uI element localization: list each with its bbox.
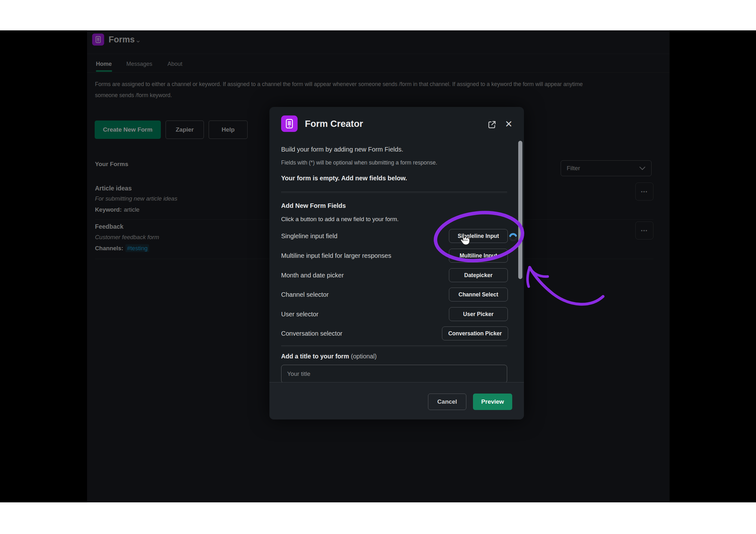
cancel-button[interactable]: Cancel	[428, 394, 466, 410]
field-label-conversation: Conversation selector	[281, 330, 342, 337]
close-icon[interactable]: ✕	[504, 119, 514, 129]
modal-footer: Cancel Preview	[269, 382, 524, 420]
modal-title: Form Creator	[305, 119, 363, 129]
form-title-input[interactable]	[281, 365, 507, 383]
conversation-picker-button[interactable]: Conversation Picker	[442, 326, 508, 341]
datepicker-button[interactable]: Datepicker	[449, 268, 508, 282]
channel-select-button[interactable]: Channel Select	[449, 288, 508, 301]
field-label-user: User selector	[281, 311, 318, 318]
field-label-datepicker: Month and date picker	[281, 272, 344, 279]
screenshot-page: Forms ⌄ Home Messages About Forms are as…	[0, 0, 756, 534]
modal-intro-text: Build your form by adding new Form Field…	[281, 146, 403, 153]
field-label-singleline: Singleline input field	[281, 233, 338, 240]
form-glyph-icon	[284, 118, 295, 129]
form-title-heading: Add a title to your form(optional)	[281, 353, 377, 360]
form-title-heading-bold: Add a title to your form	[281, 353, 349, 360]
modal-scrollbar[interactable]	[518, 141, 522, 279]
form-title-optional: (optional)	[351, 353, 377, 360]
app-canvas: Forms ⌄ Home Messages About Forms are as…	[0, 30, 756, 502]
form-creator-modal: Form Creator ✕ Build your form by adding…	[269, 107, 524, 420]
empty-form-message: Your form is empty. Add new fields below…	[281, 175, 407, 182]
singleline-input-button[interactable]: Singleline Input	[449, 229, 508, 243]
user-picker-button[interactable]: User Picker	[449, 307, 508, 321]
add-fields-hint: Click a button to add a new field to you…	[281, 216, 398, 223]
forms-app-icon	[281, 115, 298, 132]
field-label-channel: Channel selector	[281, 291, 329, 298]
open-external-icon[interactable]	[487, 120, 497, 129]
modal-divider	[281, 345, 507, 347]
add-fields-heading: Add New Form Fields	[281, 202, 346, 210]
modal-optional-note: Fields with (*) will be optional when su…	[281, 160, 437, 166]
multiline-input-button[interactable]: Multiline Input	[449, 249, 508, 263]
modal-divider	[281, 192, 507, 193]
field-label-multiline: Multiline input field for larger respons…	[281, 252, 391, 259]
preview-button[interactable]: Preview	[473, 394, 512, 410]
